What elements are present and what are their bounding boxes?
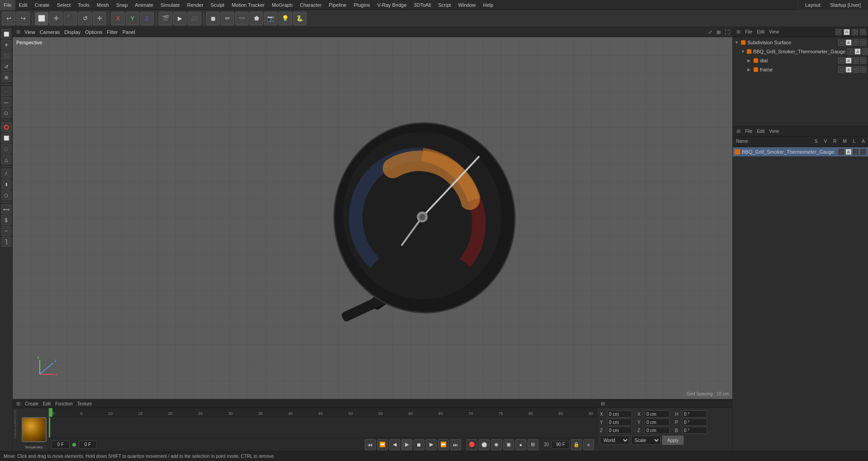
lt-edge-mode[interactable]: — <box>1 97 11 107</box>
scale-tool-button[interactable]: ⬛ <box>64 12 77 25</box>
material-thumbnail[interactable] <box>22 417 47 442</box>
cube-button[interactable]: ◼ <box>206 12 220 25</box>
lt-live-selection[interactable]: ⭕ <box>1 122 11 132</box>
menu-snap[interactable]: Snap <box>113 0 132 10</box>
mat-texture-tab[interactable]: Texture <box>76 401 94 406</box>
menu-plugins[interactable]: Plugins <box>350 0 373 10</box>
subdiv-extra-1[interactable]: ⬡ <box>853 39 859 46</box>
menu-mograph[interactable]: MoGraph <box>268 0 296 10</box>
timeline-extra-2[interactable]: ▣ <box>503 439 514 450</box>
attr-view-btn[interactable]: View <box>768 129 780 134</box>
y-axis-button[interactable]: Y <box>126 12 139 25</box>
lt-magnet[interactable]: $ <box>1 215 11 225</box>
z-input[interactable] <box>607 427 632 434</box>
lt-extrude[interactable]: ⬆ <box>1 179 11 189</box>
dial-extra-2[interactable]: ⬡ <box>860 57 866 64</box>
apply-button[interactable]: Apply <box>662 436 684 445</box>
prev-key-button[interactable]: ⏪ <box>377 439 388 450</box>
attr-extra-2[interactable]: ⬡ <box>860 149 866 155</box>
subdiv-render-icon[interactable]: A <box>845 39 852 46</box>
render-view-button[interactable]: ▶ <box>173 12 187 25</box>
attr-vis-icon[interactable]: ✓ <box>838 149 844 155</box>
current-frame-display[interactable] <box>79 441 97 449</box>
scene-edit-btn[interactable]: Edit <box>755 29 766 34</box>
menu-3dtoall[interactable]: 3DToAll <box>410 0 434 10</box>
attr-render-icon[interactable]: A <box>845 149 852 155</box>
scene-icon-1[interactable]: ✓ <box>835 29 842 35</box>
timeline-menu-button[interactable]: ≡ <box>583 439 594 450</box>
frame-vis-icon[interactable]: ✓ <box>838 66 844 73</box>
lt-move[interactable]: ✛ <box>1 40 11 50</box>
frame-extra-2[interactable]: ⬡ <box>860 66 866 73</box>
attr-extra-1[interactable]: ⬡ <box>853 149 859 155</box>
x-input[interactable] <box>607 410 632 418</box>
mat-function-tab[interactable]: Function <box>54 401 74 406</box>
dial-vis-icon[interactable]: ✓ <box>838 57 844 64</box>
spline-button[interactable]: 〰 <box>235 12 249 25</box>
scene-icon-4[interactable]: ⬡ <box>860 29 866 35</box>
subdiv-visible-icon[interactable]: ✓ <box>838 39 844 46</box>
python-button[interactable]: 🐍 <box>293 12 307 25</box>
timeline-extra-3[interactable]: ● <box>515 439 526 450</box>
vp-cameras-btn[interactable]: Cameras <box>38 29 62 35</box>
vp-display-btn[interactable]: Display <box>62 29 82 35</box>
menu-animate[interactable]: Animate <box>132 0 157 10</box>
scene-item-subdivision[interactable]: ▼ Subdivision Surface ✓ A ⬡ ⬡ <box>733 38 868 47</box>
redo-button[interactable]: ↪ <box>16 12 30 25</box>
frame-extra-1[interactable]: ⬡ <box>853 66 859 73</box>
y-input[interactable] <box>607 419 632 426</box>
bbq-extra-1[interactable]: ⬡ <box>862 48 868 55</box>
vp-view-btn[interactable]: View <box>23 29 37 35</box>
dial-render-icon[interactable]: A <box>845 57 852 64</box>
lt-knife[interactable]: / <box>1 169 11 179</box>
timeline-track[interactable] <box>49 417 597 437</box>
lt-scale[interactable]: ⬛ <box>1 51 11 61</box>
menu-render[interactable]: Render <box>184 0 207 10</box>
bbq-render-icon[interactable]: A <box>854 48 861 55</box>
menu-simulate[interactable]: Simulate <box>157 0 184 10</box>
menu-help[interactable]: Help <box>480 0 497 10</box>
menu-tools[interactable]: Tools <box>74 0 93 10</box>
menu-window[interactable]: Window <box>454 0 479 10</box>
attr-selected-item[interactable]: BBQ_Grill_Smoker_Thermometer_Gauge ✓ A ⬡… <box>733 147 868 156</box>
scene-file-btn[interactable]: File <box>744 29 754 34</box>
menu-create[interactable]: Create <box>31 0 53 10</box>
deform-button[interactable]: ⬟ <box>250 12 263 25</box>
pen-button[interactable]: ✏ <box>221 12 234 25</box>
lt-rotate[interactable]: ↺ <box>1 61 11 71</box>
menu-edit[interactable]: Edit <box>15 0 31 10</box>
timeline-extra-4[interactable]: ⊞ <box>528 439 538 450</box>
menu-file[interactable]: File <box>0 0 15 10</box>
camera-button[interactable]: 📷 <box>264 12 278 25</box>
bbq-vis-icon[interactable]: ✓ <box>847 48 854 55</box>
menu-script[interactable]: Script <box>434 0 454 10</box>
lt-transform[interactable]: ⊞ <box>1 72 11 82</box>
lt-weld[interactable]: ~ <box>1 226 11 236</box>
vp-options-btn[interactable]: Options <box>83 29 104 35</box>
next-key-button[interactable]: ⏩ <box>438 439 449 450</box>
next-frame-button[interactable]: ▶ <box>426 439 437 450</box>
keyframe-button[interactable]: ⬤ <box>479 439 490 450</box>
menu-vray[interactable]: V-Ray Bridge <box>374 0 410 10</box>
undo-button[interactable]: ↩ <box>2 12 15 25</box>
lt-lasso[interactable]: ◌ <box>1 144 11 154</box>
p-input[interactable] <box>682 419 707 426</box>
b-input[interactable] <box>682 427 707 434</box>
lt-rect-selection[interactable]: ⬜ <box>1 133 11 143</box>
lt-point-mode[interactable]: · <box>1 86 11 96</box>
x2-input[interactable] <box>645 410 670 418</box>
scene-view-btn[interactable]: View <box>768 29 780 34</box>
world-select[interactable]: World <box>600 436 629 445</box>
z-axis-button[interactable]: Z <box>140 12 154 25</box>
vp-fullscreen-icon[interactable]: ⛶ <box>723 28 731 36</box>
select-tool-button[interactable]: ⬜ <box>35 12 48 25</box>
current-frame-input[interactable] <box>52 441 70 449</box>
subdiv-extra-2[interactable]: ⬡ <box>860 39 866 46</box>
play-button[interactable]: ▶ <box>401 439 412 450</box>
attr-edit-btn[interactable]: Edit <box>755 129 766 134</box>
menu-motion-tracker[interactable]: Motion Tracker <box>228 0 268 10</box>
end-frame-input[interactable] <box>552 441 570 449</box>
lt-select[interactable]: ⬜ <box>1 29 11 39</box>
goto-end-button[interactable]: ⏭ <box>450 439 461 450</box>
light-button[interactable]: 💡 <box>278 12 292 25</box>
